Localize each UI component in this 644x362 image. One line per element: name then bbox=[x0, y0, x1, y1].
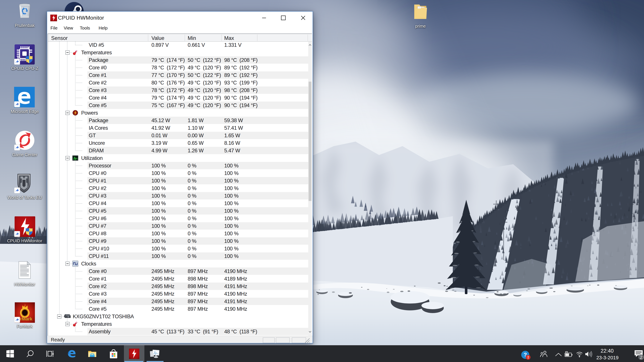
svg-text:2: 2 bbox=[640, 355, 642, 360]
